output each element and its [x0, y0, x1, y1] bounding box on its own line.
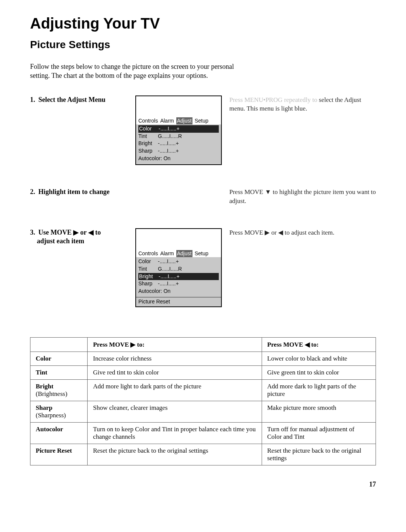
- table-row: Color Increase color richness Lower colo…: [30, 352, 376, 365]
- step-description: Press MOVE ▶ or ◀ to adjust each item.: [229, 228, 376, 237]
- table-row: Picture Reset Reset the picture back to …: [30, 444, 376, 465]
- options-table: Press MOVE ▶ to: Press MOVE ◀ to: Color …: [30, 337, 376, 465]
- osd-tab-selected: Adjust: [176, 117, 192, 125]
- table-head-blank: [30, 337, 88, 352]
- step-label: 1. Select the Adjust Menu: [30, 95, 128, 104]
- osd-tab-selected: Adjust: [176, 250, 192, 258]
- table-row: Sharp (Sharpness) Show cleaner, clearer …: [30, 401, 376, 422]
- osd-tab: Setup: [195, 117, 209, 125]
- osd-tab: Setup: [195, 250, 209, 258]
- osd-tab: Controls: [138, 117, 158, 125]
- table-row: Autocolor Turn on to keep Color and Tint…: [30, 422, 376, 444]
- step-1: 1. Select the Adjust Menu Controls Alarm…: [30, 95, 376, 165]
- osd-screenshot-2: Controls Alarm Adjust Setup Color-.....I…: [135, 228, 222, 307]
- osd-tab: Controls: [138, 250, 158, 258]
- step-label: 2. Highlight item to change: [30, 188, 128, 196]
- step-2: 2. Highlight item to change Press MOVE ▼…: [30, 188, 376, 206]
- osd-screenshot-1: Controls Alarm Adjust Setup Color-.....I…: [135, 95, 222, 165]
- steps-list: 1. Select the Adjust Menu Controls Alarm…: [30, 95, 376, 307]
- table-head-left: Press MOVE ◀ to:: [262, 337, 376, 352]
- osd-tab: Alarm: [160, 250, 174, 258]
- intro-text: Follow the steps below to change the pic…: [30, 62, 256, 80]
- section-heading: Picture Settings: [30, 39, 376, 51]
- step-description: Press MOVE ▼ to highlight the picture it…: [229, 188, 376, 206]
- step-3: 3. Use MOVE ▶ or ◀ to adjust each item C…: [30, 228, 376, 307]
- step-description: Press MENU•PROG repeatedly to select the…: [229, 95, 376, 114]
- table-row: Bright (Brightness) Add more light to da…: [30, 379, 376, 401]
- osd-picture-reset-row: Picture Reset: [136, 297, 221, 306]
- table-row: Tint Give red tint to skin color Give gr…: [30, 365, 376, 379]
- page-number: 17: [30, 480, 376, 488]
- table-head-right: Press MOVE ▶ to:: [88, 337, 262, 352]
- osd-tab: Alarm: [160, 117, 174, 125]
- step-label: 3. Use MOVE ▶ or ◀ to adjust each item: [30, 228, 128, 246]
- page-title: Adjusting Your TV: [30, 15, 376, 32]
